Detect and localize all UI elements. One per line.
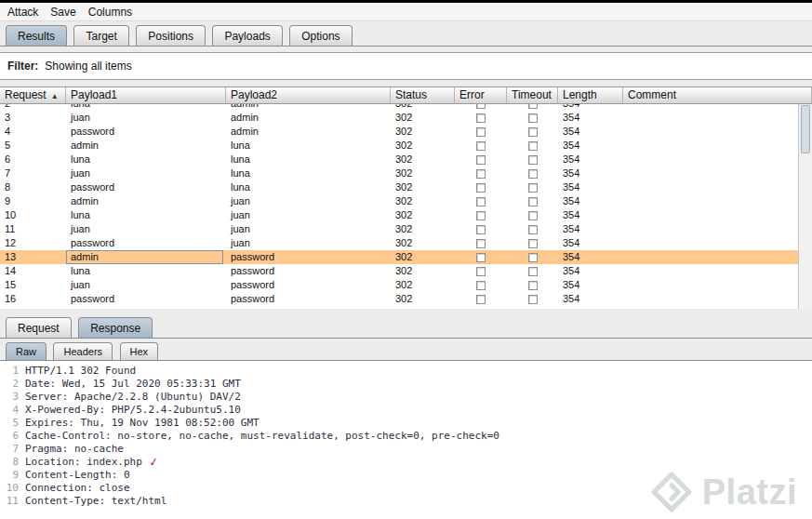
tab-positions[interactable]: Positions — [136, 25, 206, 46]
error-checkbox[interactable] — [476, 239, 486, 248]
error-checkbox[interactable] — [476, 295, 486, 304]
error-checkbox[interactable] — [476, 197, 486, 206]
error-checkbox[interactable] — [476, 169, 486, 179]
comment-cell — [623, 111, 812, 125]
timeout-checkbox[interactable] — [528, 197, 538, 206]
status-cell: 302 — [391, 139, 455, 153]
response-raw-view[interactable]: 1HTTP/1.1 302 Found2Date: Wed, 15 Jul 20… — [0, 361, 812, 519]
timeout-checkbox[interactable] — [528, 155, 538, 165]
timeout-cell — [507, 139, 558, 153]
menu-attack[interactable]: Attack — [7, 6, 38, 19]
response-line: 4X-Powered-By: PHP/5.2.4-2ubuntu5.10 — [0, 404, 812, 417]
length-cell: 354 — [558, 180, 623, 194]
status-cell: 302 — [391, 208, 455, 222]
error-checkbox[interactable] — [476, 155, 486, 165]
timeout-checkbox[interactable] — [528, 225, 538, 234]
column-header-payload2[interactable]: Payload2 — [226, 87, 391, 103]
tab-results[interactable]: Results — [6, 25, 67, 46]
payload1-cell: password — [66, 236, 226, 250]
payload2-cell: juan — [226, 222, 391, 236]
table-row[interactable]: 4passwordadmin302354 — [0, 125, 812, 139]
request-cell: 8 — [0, 180, 66, 194]
column-header-payload1[interactable]: Payload1 — [66, 87, 226, 103]
platzi-logo-icon — [650, 471, 693, 513]
column-header-request[interactable]: Request▲ — [0, 87, 66, 103]
error-checkbox[interactable] — [476, 225, 486, 234]
results-table[interactable]: 2lunaadmin3023543juanadmin3023544passwor… — [0, 104, 812, 309]
length-cell: 354 — [558, 104, 623, 111]
filter-label: Filter: — [7, 60, 38, 73]
payload2-cell: luna — [226, 180, 391, 194]
column-header-error[interactable]: Error — [455, 87, 507, 103]
error-checkbox[interactable] — [476, 267, 486, 276]
table-row[interactable]: 14lunapassword302354 — [0, 264, 812, 278]
timeout-checkbox[interactable] — [528, 267, 538, 276]
tab-headers[interactable]: Headers — [53, 342, 113, 360]
error-cell — [455, 264, 507, 278]
timeout-checkbox[interactable] — [528, 211, 538, 220]
timeout-checkbox[interactable] — [528, 127, 538, 137]
table-row[interactable]: 7juanluna302354 — [0, 166, 812, 180]
response-line: 5Expires: Thu, 19 Nov 1981 08:52:00 GMT — [0, 417, 812, 430]
error-checkbox[interactable] — [476, 104, 486, 109]
request-cell: 5 — [0, 139, 66, 153]
line-text: X-Powered-By: PHP/5.2.4-2ubuntu5.10 — [25, 404, 241, 417]
table-scrollbar-thumb[interactable] — [801, 105, 810, 153]
table-row[interactable]: 15juanpassword302354 — [0, 278, 812, 292]
table-row[interactable]: 13adminpassword302354 — [0, 250, 812, 264]
tab-raw[interactable]: Raw — [6, 342, 47, 360]
table-scrollbar[interactable] — [798, 104, 812, 309]
table-row[interactable]: 8passwordluna302354 — [0, 180, 812, 194]
request-cell: 7 — [0, 166, 66, 180]
timeout-checkbox[interactable] — [528, 104, 538, 109]
menu-save[interactable]: Save — [50, 6, 75, 19]
tab-hex[interactable]: Hex — [120, 342, 159, 360]
timeout-checkbox[interactable] — [528, 183, 538, 193]
filter-bar[interactable]: Filter: Showing all items — [0, 52, 812, 80]
tab-target[interactable]: Target — [73, 25, 128, 46]
timeout-checkbox[interactable] — [528, 169, 538, 179]
error-checkbox[interactable] — [476, 183, 486, 193]
error-checkbox[interactable] — [476, 113, 486, 123]
payload1-cell: luna — [66, 104, 226, 111]
status-cell: 302 — [391, 292, 455, 306]
error-checkbox[interactable] — [476, 141, 486, 151]
payload1-value: luna — [71, 209, 90, 220]
length-cell: 354 — [558, 250, 623, 264]
table-row[interactable]: 5adminluna302354 — [0, 139, 812, 153]
table-row[interactable]: 16passwordpassword302354 — [0, 292, 812, 306]
error-checkbox[interactable] — [476, 211, 486, 220]
timeout-checkbox[interactable] — [528, 141, 538, 151]
timeout-checkbox[interactable] — [528, 113, 538, 123]
timeout-checkbox[interactable] — [528, 253, 538, 262]
error-checkbox[interactable] — [476, 281, 486, 290]
status-cell: 302 — [391, 153, 455, 166]
column-header-timeout[interactable]: Timeout — [507, 87, 558, 103]
table-row[interactable]: 6lunaluna302354 — [0, 153, 812, 166]
status-cell: 302 — [391, 111, 455, 125]
error-checkbox[interactable] — [476, 253, 486, 262]
table-row[interactable]: 11juanjuan302354 — [0, 222, 812, 236]
table-row[interactable]: 9adminjuan302354 — [0, 194, 812, 208]
error-checkbox[interactable] — [476, 127, 486, 137]
table-row[interactable]: 2lunaadmin302354 — [0, 104, 812, 111]
tab-request[interactable]: Request — [6, 317, 72, 338]
line-number: 3 — [0, 391, 19, 404]
timeout-checkbox[interactable] — [528, 239, 538, 248]
table-row[interactable]: 3juanadmin302354 — [0, 111, 812, 125]
column-header-length[interactable]: Length — [558, 87, 623, 103]
length-cell: 354 — [558, 166, 623, 180]
error-cell — [455, 236, 507, 250]
payload1-value: luna — [71, 265, 90, 276]
tab-response[interactable]: Response — [78, 317, 153, 338]
table-row[interactable]: 10lunajuan302354 — [0, 208, 812, 222]
tab-payloads[interactable]: Payloads — [212, 25, 282, 46]
column-header-comment[interactable]: Comment — [623, 87, 812, 103]
timeout-checkbox[interactable] — [528, 281, 538, 290]
column-header-status[interactable]: Status — [391, 87, 455, 103]
timeout-checkbox[interactable] — [528, 295, 538, 304]
menu-columns[interactable]: Columns — [88, 6, 132, 19]
tab-options[interactable]: Options — [289, 25, 352, 46]
table-row[interactable]: 12passwordjuan302354 — [0, 236, 812, 250]
line-number: 1 — [0, 365, 19, 378]
